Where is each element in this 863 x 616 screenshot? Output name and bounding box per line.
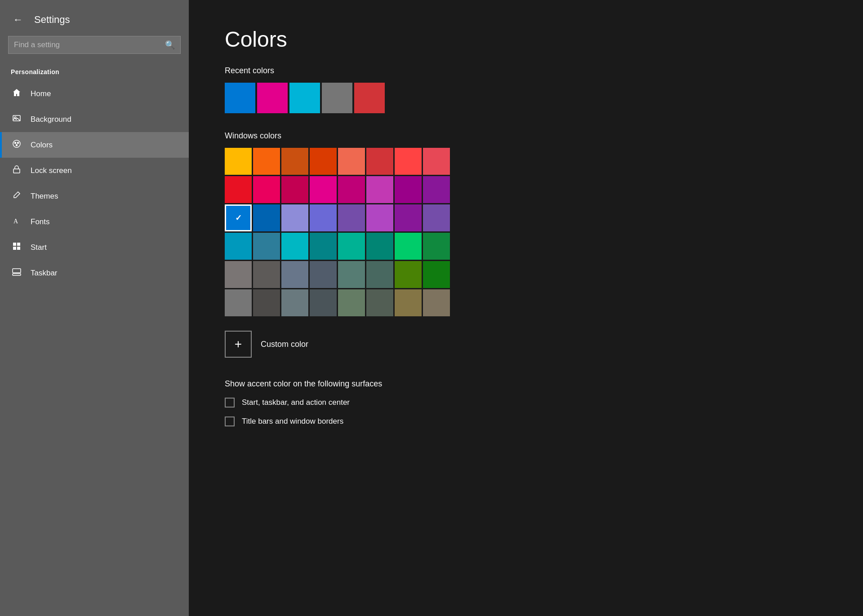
page-title: Colors [225, 27, 827, 52]
color-swatch-47[interactable] [423, 289, 450, 316]
sidebar-item-label-start: Start [31, 243, 47, 252]
color-swatch-15[interactable] [423, 176, 450, 203]
color-swatch-40[interactable] [225, 289, 252, 316]
color-swatch-43[interactable] [310, 289, 337, 316]
color-swatch-10[interactable] [281, 176, 308, 203]
color-swatch-41[interactable] [253, 289, 280, 316]
recent-colors-label: Recent colors [225, 66, 827, 75]
color-swatch-32[interactable] [225, 261, 252, 288]
custom-color-row: + Custom color [225, 331, 827, 358]
color-swatch-33[interactable] [253, 261, 280, 288]
svg-point-3 [15, 142, 16, 144]
sidebar-item-label-background: Background [31, 115, 71, 124]
svg-point-4 [18, 142, 19, 144]
color-swatch-30[interactable] [395, 233, 422, 260]
color-swatch-3[interactable] [310, 148, 337, 175]
sidebar-item-themes[interactable]: Themes [0, 183, 189, 209]
lock-screen-icon [11, 165, 22, 176]
nav-list: HomeBackgroundColorsLock screenThemesAFo… [0, 81, 189, 286]
color-swatch-38[interactable] [395, 261, 422, 288]
search-input[interactable] [14, 40, 161, 49]
recent-color-swatch-1[interactable] [257, 83, 288, 113]
recent-color-swatch-3[interactable] [322, 83, 352, 113]
color-swatch-45[interactable] [366, 289, 393, 316]
color-swatch-4[interactable] [338, 148, 365, 175]
sidebar-item-start[interactable]: Start [0, 235, 189, 260]
color-swatch-1[interactable] [253, 148, 280, 175]
color-swatch-2[interactable] [281, 148, 308, 175]
search-box[interactable]: 🔍 [8, 36, 181, 54]
sidebar-item-fonts[interactable]: AFonts [0, 209, 189, 235]
sidebar-item-lock-screen[interactable]: Lock screen [0, 158, 189, 183]
search-icon[interactable]: 🔍 [165, 40, 175, 50]
back-button[interactable]: ← [11, 13, 25, 27]
sidebar-item-label-lock-screen: Lock screen [31, 166, 72, 175]
color-swatch-20[interactable] [338, 204, 365, 231]
color-swatch-11[interactable] [310, 176, 337, 203]
color-swatch-25[interactable] [253, 233, 280, 260]
color-swatch-16[interactable] [225, 204, 252, 231]
sidebar-header: ← Settings [0, 0, 189, 36]
recent-color-swatch-2[interactable] [289, 83, 320, 113]
accent-section-title: Show accent color on the following surfa… [225, 379, 827, 389]
fonts-icon: A [11, 216, 22, 227]
color-swatch-17[interactable] [253, 204, 280, 231]
color-swatch-26[interactable] [281, 233, 308, 260]
color-swatch-18[interactable] [281, 204, 308, 231]
color-swatch-14[interactable] [395, 176, 422, 203]
sidebar-item-label-taskbar: Taskbar [31, 269, 58, 278]
sidebar-item-background[interactable]: Background [0, 106, 189, 132]
color-swatch-44[interactable] [338, 289, 365, 316]
svg-rect-10 [13, 247, 16, 250]
color-swatch-24[interactable] [225, 233, 252, 260]
recent-colors-container [225, 83, 827, 113]
checkbox-label-start-taskbar: Start, taskbar, and action center [242, 398, 350, 407]
recent-color-swatch-0[interactable] [225, 83, 255, 113]
color-swatch-21[interactable] [366, 204, 393, 231]
sidebar-item-label-colors: Colors [31, 141, 53, 150]
color-swatch-8[interactable] [225, 176, 252, 203]
color-swatch-5[interactable] [366, 148, 393, 175]
sidebar-title: Settings [34, 14, 70, 26]
recent-color-swatch-4[interactable] [354, 83, 385, 113]
sidebar-item-label-themes: Themes [31, 192, 58, 201]
color-swatch-37[interactable] [366, 261, 393, 288]
custom-color-label: Custom color [261, 340, 308, 349]
checkbox-title-bars[interactable] [225, 417, 235, 426]
svg-point-2 [13, 140, 20, 147]
svg-rect-8 [13, 243, 16, 246]
sidebar-item-home[interactable]: Home [0, 81, 189, 106]
checkbox-row-start-taskbar[interactable]: Start, taskbar, and action center [225, 398, 827, 408]
color-swatch-27[interactable] [310, 233, 337, 260]
sidebar-item-colors[interactable]: Colors [0, 132, 189, 158]
color-swatch-23[interactable] [423, 204, 450, 231]
color-swatch-29[interactable] [366, 233, 393, 260]
sidebar-item-taskbar[interactable]: Taskbar [0, 260, 189, 286]
color-swatch-46[interactable] [395, 289, 422, 316]
color-swatch-39[interactable] [423, 261, 450, 288]
color-swatch-28[interactable] [338, 233, 365, 260]
color-swatch-34[interactable] [281, 261, 308, 288]
personalization-label: Personalization [0, 65, 189, 81]
checkbox-row-title-bars[interactable]: Title bars and window borders [225, 417, 827, 426]
checkbox-start-taskbar[interactable] [225, 398, 235, 408]
color-swatch-9[interactable] [253, 176, 280, 203]
color-swatch-42[interactable] [281, 289, 308, 316]
colors-grid [225, 148, 827, 316]
color-swatch-31[interactable] [423, 233, 450, 260]
color-swatch-12[interactable] [338, 176, 365, 203]
windows-colors-label: Windows colors [225, 131, 827, 141]
home-icon [11, 88, 22, 99]
color-swatch-36[interactable] [338, 261, 365, 288]
color-swatch-19[interactable] [310, 204, 337, 231]
svg-rect-9 [17, 243, 20, 246]
svg-point-5 [16, 145, 18, 146]
color-swatch-7[interactable] [423, 148, 450, 175]
color-swatch-22[interactable] [395, 204, 422, 231]
color-swatch-6[interactable] [395, 148, 422, 175]
custom-color-button[interactable]: + [225, 331, 252, 358]
color-swatch-0[interactable] [225, 148, 252, 175]
color-swatch-13[interactable] [366, 176, 393, 203]
color-swatch-35[interactable] [310, 261, 337, 288]
sidebar-item-label-fonts: Fonts [31, 217, 50, 226]
